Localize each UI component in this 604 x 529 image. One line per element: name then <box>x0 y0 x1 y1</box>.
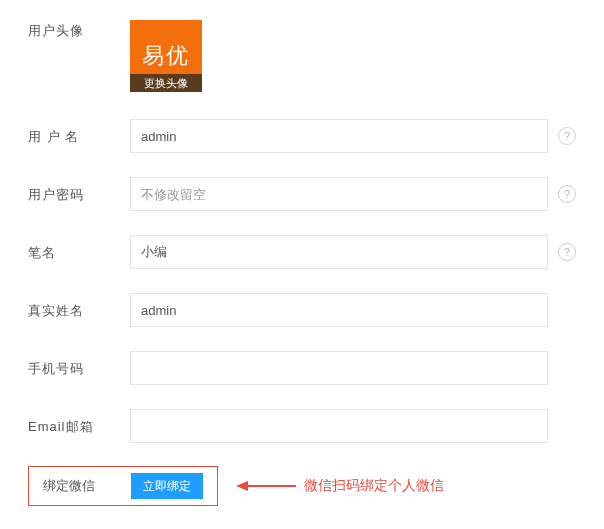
profile-form: 用户头像 易优 更换头像 用 户 名 ? 用户密码 ? 笔名 ? <box>0 0 604 506</box>
control-penname: ? <box>130 235 576 269</box>
avatar-logo-text: 易优 <box>142 41 190 71</box>
control-email <box>130 409 576 443</box>
row-bind-wechat: 绑定微信 立即绑定 微信扫码绑定个人微信 <box>28 466 576 506</box>
label-penname: 笔名 <box>28 242 130 262</box>
control-password: ? <box>130 177 576 211</box>
help-icon[interactable]: ? <box>558 127 576 145</box>
realname-input[interactable] <box>130 293 548 327</box>
row-penname: 笔名 ? <box>28 234 576 270</box>
change-avatar-button[interactable]: 更换头像 <box>130 74 202 92</box>
label-bind-wechat: 绑定微信 <box>29 477 131 495</box>
label-avatar: 用户头像 <box>28 20 130 40</box>
label-email: Email邮箱 <box>28 416 130 436</box>
label-username: 用 户 名 <box>28 126 130 146</box>
avatar-container: 易优 更换头像 <box>130 20 202 92</box>
control-username: ? <box>130 119 576 153</box>
row-realname: 真实姓名 <box>28 292 576 328</box>
bind-highlight-box: 绑定微信 立即绑定 <box>28 466 218 506</box>
row-email: Email邮箱 <box>28 408 576 444</box>
control-realname <box>130 293 576 327</box>
help-icon[interactable]: ? <box>558 243 576 261</box>
svg-marker-1 <box>236 481 248 491</box>
row-username: 用 户 名 ? <box>28 118 576 154</box>
email-input[interactable] <box>130 409 548 443</box>
phone-input[interactable] <box>130 351 548 385</box>
row-avatar: 用户头像 易优 更换头像 <box>28 20 576 92</box>
label-password: 用户密码 <box>28 184 130 204</box>
control-avatar: 易优 更换头像 <box>130 20 576 92</box>
label-realname: 真实姓名 <box>28 300 130 320</box>
help-icon[interactable]: ? <box>558 185 576 203</box>
bind-now-button[interactable]: 立即绑定 <box>131 473 203 499</box>
row-phone: 手机号码 <box>28 350 576 386</box>
arrow-left-icon <box>236 478 296 494</box>
row-password: 用户密码 ? <box>28 176 576 212</box>
bind-note-text: 微信扫码绑定个人微信 <box>304 477 444 495</box>
label-phone: 手机号码 <box>28 358 130 378</box>
penname-input[interactable] <box>130 235 548 269</box>
control-phone <box>130 351 576 385</box>
username-input[interactable] <box>130 119 548 153</box>
password-input[interactable] <box>130 177 548 211</box>
annotation-arrow <box>236 478 296 494</box>
